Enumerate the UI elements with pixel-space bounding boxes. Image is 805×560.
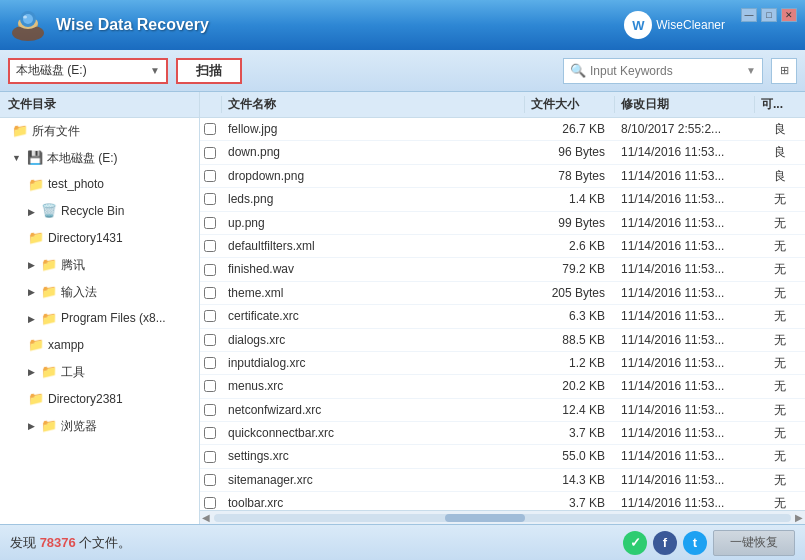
row-filename: menus.xrc	[222, 375, 525, 397]
row-date: 11/14/2016 11:53...	[615, 282, 755, 304]
table-row: defaultfilters.xml 2.6 KB 11/14/2016 11:…	[200, 235, 805, 258]
folder-icon: 📁	[28, 228, 44, 249]
row-checkbox-cell	[200, 192, 222, 206]
status-prefix: 发现	[10, 535, 36, 550]
sidebar-item-label: Directory2381	[48, 390, 123, 409]
horizontal-scrollbar[interactable]: ◀ ▶	[200, 510, 805, 524]
sidebar-item-dir2381[interactable]: 📁 Directory2381	[0, 386, 199, 413]
sidebar-item-allfiles[interactable]: 📁 所有文件	[0, 118, 199, 145]
sidebar-item-tools[interactable]: ▶ 📁 工具	[0, 359, 199, 386]
row-status: 无	[755, 305, 805, 327]
row-size: 12.4 KB	[525, 399, 615, 421]
table-row: inputdialog.xrc 1.2 KB 11/14/2016 11:53.…	[200, 352, 805, 375]
row-status: 无	[755, 329, 805, 351]
row-checkbox[interactable]	[204, 474, 216, 486]
row-checkbox-cell	[200, 403, 222, 417]
folder-icon: 📁	[41, 255, 57, 276]
folder-icon: 📁	[41, 282, 57, 303]
row-checkbox-cell	[200, 122, 222, 136]
sidebar-item-xampp[interactable]: 📁 xampp	[0, 332, 199, 359]
row-size: 205 Bytes	[525, 282, 615, 304]
row-filename: finished.wav	[222, 258, 525, 280]
search-icon: 🔍	[570, 63, 586, 78]
svg-point-5	[23, 16, 27, 19]
folder-icon: 📁	[41, 309, 57, 330]
drive-select-arrow-icon: ▼	[150, 65, 160, 76]
maximize-button[interactable]: □	[761, 8, 777, 22]
row-date: 11/14/2016 11:53...	[615, 258, 755, 280]
search-input[interactable]	[590, 64, 742, 78]
twitter-button[interactable]: t	[683, 531, 707, 555]
sidebar-item-label: 工具	[61, 363, 85, 382]
col-checkbox	[200, 96, 222, 113]
row-checkbox[interactable]	[204, 357, 216, 369]
file-list-header: 文件名称 文件大小 修改日期 可...	[200, 92, 805, 118]
row-date: 11/14/2016 11:53...	[615, 212, 755, 234]
row-checkbox[interactable]	[204, 147, 216, 159]
folder-icon: 📁	[28, 175, 44, 196]
sidebar-item-tencent[interactable]: ▶ 📁 腾讯	[0, 252, 199, 279]
title-bar: Wise Data Recovery W WiseCleaner — □ ✕	[0, 0, 805, 50]
sidebar-item-programfiles[interactable]: ▶ 📁 Program Files (x8...	[0, 306, 199, 333]
row-filename: settings.xrc	[222, 445, 525, 467]
row-checkbox[interactable]	[204, 264, 216, 276]
table-row: fellow.jpg 26.7 KB 8/10/2017 2:55:2... 良	[200, 118, 805, 141]
facebook-button[interactable]: f	[653, 531, 677, 555]
scrollbar-track	[214, 514, 791, 522]
row-checkbox[interactable]	[204, 380, 216, 392]
row-checkbox[interactable]	[204, 287, 216, 299]
sidebar-item-test-photo[interactable]: 📁 test_photo	[0, 172, 199, 199]
row-date: 11/14/2016 11:53...	[615, 352, 755, 374]
scrollbar-thumb[interactable]	[445, 514, 525, 522]
status-count: 78376	[40, 535, 76, 550]
row-size: 99 Bytes	[525, 212, 615, 234]
expand-arrow-icon: ▶	[28, 365, 35, 379]
wechat-button[interactable]: ✓	[623, 531, 647, 555]
table-row: up.png 99 Bytes 11/14/2016 11:53... 无	[200, 212, 805, 235]
row-checkbox[interactable]	[204, 170, 216, 182]
row-checkbox-cell	[200, 169, 222, 183]
row-checkbox-cell	[200, 496, 222, 510]
row-status: 无	[755, 445, 805, 467]
row-status: 无	[755, 375, 805, 397]
row-date: 11/14/2016 11:53...	[615, 329, 755, 351]
row-checkbox[interactable]	[204, 497, 216, 509]
row-checkbox[interactable]	[204, 310, 216, 322]
row-date: 11/14/2016 11:53...	[615, 445, 755, 467]
row-checkbox[interactable]	[204, 404, 216, 416]
row-checkbox[interactable]	[204, 123, 216, 135]
row-checkbox[interactable]	[204, 334, 216, 346]
sidebar-item-drive-e[interactable]: ▼ 💾 本地磁盘 (E:)	[0, 145, 199, 172]
drive-select[interactable]: 本地磁盘 (E:) ▼	[8, 58, 168, 84]
file-rows: fellow.jpg 26.7 KB 8/10/2017 2:55:2... 良…	[200, 118, 805, 510]
sidebar-item-label: xampp	[48, 336, 84, 355]
drive-icon: 💾	[27, 148, 43, 169]
window-controls: — □ ✕	[741, 8, 797, 22]
row-checkbox[interactable]	[204, 217, 216, 229]
row-checkbox[interactable]	[204, 451, 216, 463]
scan-button[interactable]: 扫描	[176, 58, 242, 84]
row-filename: quickconnectbar.xrc	[222, 422, 525, 444]
row-date: 11/14/2016 11:53...	[615, 141, 755, 163]
row-date: 11/14/2016 11:53...	[615, 165, 755, 187]
row-size: 55.0 KB	[525, 445, 615, 467]
close-button[interactable]: ✕	[781, 8, 797, 22]
sidebar-item-recycle-bin[interactable]: ▶ 🗑️ Recycle Bin	[0, 198, 199, 225]
row-filename: fellow.jpg	[222, 118, 525, 140]
row-size: 3.7 KB	[525, 422, 615, 444]
row-checkbox[interactable]	[204, 427, 216, 439]
main-area: 文件目录 📁 所有文件 ▼ 💾 本地磁盘 (E:) 📁 test_photo ▶…	[0, 92, 805, 524]
row-checkbox[interactable]	[204, 193, 216, 205]
sidebar-item-dir1431[interactable]: 📁 Directory1431	[0, 225, 199, 252]
sidebar-item-browser[interactable]: ▶ 📁 浏览器	[0, 413, 199, 440]
sidebar-item-ime[interactable]: ▶ 📁 输入法	[0, 279, 199, 306]
row-size: 14.3 KB	[525, 469, 615, 491]
row-checkbox-cell	[200, 239, 222, 253]
row-checkbox[interactable]	[204, 240, 216, 252]
view-toggle-button[interactable]: ⊞	[771, 58, 797, 84]
row-filename: netconfwizard.xrc	[222, 399, 525, 421]
row-checkbox-cell	[200, 286, 222, 300]
recover-button[interactable]: 一键恢复	[713, 530, 795, 556]
minimize-button[interactable]: —	[741, 8, 757, 22]
row-filename: certificate.xrc	[222, 305, 525, 327]
